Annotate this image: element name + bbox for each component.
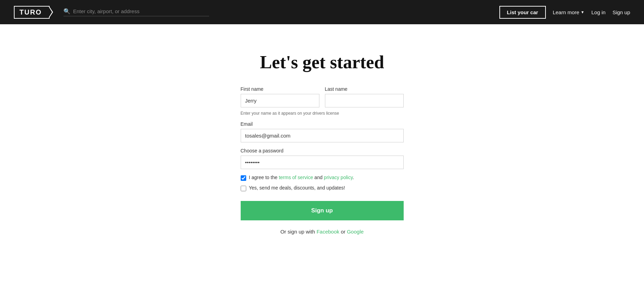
first-name-group: First name (241, 86, 319, 107)
or-text: or (340, 229, 347, 235)
google-link[interactable]: Google (347, 229, 363, 235)
or-signup-prefix: Or sign up with (280, 229, 316, 235)
deals-checkbox-row: Yes, send me deals, discounts, and updat… (241, 185, 404, 191)
last-name-group: Last name (325, 86, 404, 107)
last-name-label: Last name (325, 86, 404, 92)
terms-of-service-link[interactable]: terms of service (279, 175, 313, 180)
signup-button[interactable]: Sign up (241, 201, 404, 220)
name-row: First name Last name (241, 86, 404, 113)
terms-checkbox[interactable] (241, 175, 246, 181)
login-button[interactable]: Log in (591, 9, 606, 15)
list-car-button[interactable]: List your car (499, 6, 546, 19)
page-title: Let's get started (260, 52, 384, 72)
chevron-down-icon: ▼ (581, 10, 584, 14)
search-container: 🔍 (63, 8, 209, 16)
signup-form: First name Last name Enter your name as … (241, 86, 404, 235)
email-label: Email (241, 121, 404, 127)
nav-right: List your car Learn more ▼ Log in Sign u… (499, 6, 630, 19)
password-label: Choose a password (241, 148, 404, 153)
last-name-input[interactable] (325, 94, 404, 107)
password-group: Choose a password (241, 148, 404, 169)
social-signup-row: Or sign up with Facebook or Google (241, 229, 404, 235)
logo[interactable]: TURO (14, 6, 50, 19)
name-hint: Enter your name as it appears on your dr… (241, 111, 404, 116)
deals-checkbox[interactable] (241, 186, 246, 191)
search-icon: 🔍 (63, 8, 70, 15)
search-input[interactable] (73, 8, 209, 14)
main-content: Let's get started First name Last name E… (0, 24, 644, 255)
first-name-input[interactable] (241, 94, 319, 107)
learn-more-button[interactable]: Learn more ▼ (553, 9, 585, 15)
signup-nav-button[interactable]: Sign up (612, 9, 630, 15)
logo-text: TURO (14, 6, 50, 19)
facebook-link[interactable]: Facebook (317, 229, 340, 235)
privacy-policy-link[interactable]: privacy policy (324, 175, 353, 180)
terms-label[interactable]: I agree to the terms of service and priv… (249, 175, 354, 180)
password-input[interactable] (241, 156, 404, 169)
deals-label[interactable]: Yes, send me deals, discounts, and updat… (249, 185, 345, 191)
terms-checkbox-row: I agree to the terms of service and priv… (241, 175, 404, 181)
email-group: Email (241, 121, 404, 142)
email-input[interactable] (241, 129, 404, 142)
navbar: TURO 🔍 List your car Learn more ▼ Log in… (0, 0, 644, 24)
first-name-label: First name (241, 86, 319, 92)
